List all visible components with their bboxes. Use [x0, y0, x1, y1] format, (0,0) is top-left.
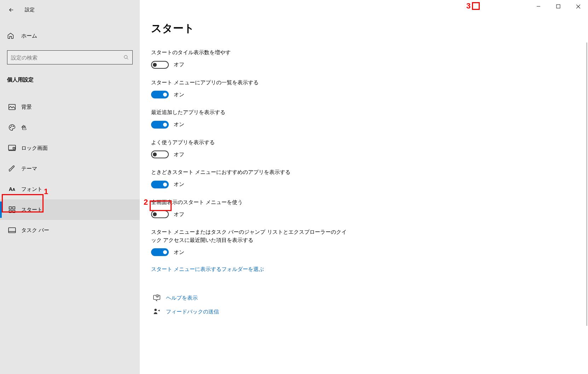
page-title: スタート: [151, 21, 567, 36]
font-icon: AA: [9, 186, 15, 192]
svg-rect-6: [13, 147, 15, 149]
sidebar-item-label: スタート: [21, 206, 42, 213]
toggle-suggestions[interactable]: [151, 181, 169, 188]
setting-more-tiles: スタートのタイル表示数を増やす オフ: [151, 49, 349, 69]
choose-folders-link[interactable]: スタート メニューに表示するフォルダーを選ぶ: [151, 266, 264, 273]
setting-most-used: よく使うアプリを表示する オフ: [151, 138, 349, 159]
help-row: ヘルプを表示: [151, 294, 567, 302]
toggle-state-text: オン: [174, 121, 184, 128]
toggle-state-text: オン: [174, 249, 184, 256]
sidebar-item-start[interactable]: スタート: [0, 199, 140, 220]
svg-point-15: [154, 309, 157, 311]
minimize-button[interactable]: [529, 0, 548, 13]
toggle-app-list[interactable]: [151, 91, 169, 98]
setting-label: スタート メニューまたはタスク バーのジャンプ リストとエクスプローラーのクイッ…: [151, 228, 349, 244]
svg-point-14: [157, 296, 157, 297]
toggle-fullscreen-start[interactable]: [151, 210, 169, 218]
sidebar-item-label: ロック画面: [21, 145, 48, 152]
setting-label: よく使うアプリを表示する: [151, 138, 349, 147]
arrow-left-icon: [8, 7, 15, 13]
sidebar-item-label: タスク バー: [21, 227, 49, 234]
close-button[interactable]: [568, 0, 588, 13]
setting-recently-added: 最近追加したアプリを表示する オン: [151, 108, 349, 129]
category-heading: 個人用設定: [7, 76, 140, 83]
titlebar: 設定: [0, 3, 140, 17]
setting-label: ときどきスタート メニューにおすすめのアプリを表示する: [151, 168, 349, 176]
setting-label: 最近追加したアプリを表示する: [151, 108, 349, 117]
sidebar-item-label: フォント: [21, 186, 42, 193]
search-icon: [123, 55, 129, 60]
window-controls: [529, 0, 588, 14]
lockscreen-icon: [8, 145, 16, 151]
sidebar-item-themes[interactable]: テーマ: [0, 158, 140, 179]
svg-point-2: [10, 127, 11, 128]
toggle-more-tiles[interactable]: [151, 61, 169, 69]
minimize-icon: [536, 4, 541, 8]
sidebar-item-label: 色: [21, 124, 27, 131]
svg-rect-12: [557, 5, 560, 8]
main-content: スタート スタートのタイル表示数を増やす オフ スタート メニューにアプリの一覧…: [140, 0, 588, 374]
sidebar-item-background[interactable]: 背景: [0, 97, 140, 117]
sidebar-item-colors[interactable]: 色: [0, 117, 140, 138]
feedback-row: フィードバックの送信: [151, 308, 567, 315]
svg-rect-10: [13, 210, 15, 213]
back-button[interactable]: [6, 4, 17, 16]
sidebar-item-fonts[interactable]: AA フォント: [0, 179, 140, 199]
palette-icon: [8, 124, 16, 131]
svg-rect-11: [8, 228, 16, 233]
sidebar-item-label: テーマ: [21, 165, 37, 172]
svg-point-0: [124, 55, 127, 58]
search-box[interactable]: [7, 50, 133, 64]
svg-point-3: [11, 126, 12, 126]
home-label: ホーム: [21, 33, 37, 39]
help-link[interactable]: ヘルプを表示: [166, 295, 198, 301]
help-icon: [153, 294, 161, 302]
setting-label: スタートのタイル表示数を増やす: [151, 49, 349, 57]
brush-icon: [8, 165, 16, 172]
toggle-recently-added[interactable]: [151, 121, 169, 129]
setting-jumplist-recent: スタート メニューまたはタスク バーのジャンプ リストとエクスプローラーのクイッ…: [151, 228, 349, 256]
setting-label: 全画面表示のスタート メニューを使う: [151, 198, 349, 206]
svg-rect-8: [13, 207, 15, 209]
sidebar-item-taskbar[interactable]: タスク バー: [0, 220, 140, 240]
toggle-state-text: オン: [174, 181, 184, 188]
nav-list: 背景 色 ロック画面 テーマ AA フォント スタート: [0, 97, 140, 240]
svg-point-4: [13, 126, 14, 127]
search-input[interactable]: [11, 55, 123, 61]
toggle-state-text: オフ: [174, 211, 184, 218]
toggle-most-used[interactable]: [151, 151, 169, 158]
setting-app-list: スタート メニューにアプリの一覧を表示する オン: [151, 79, 349, 99]
sidebar: 設定 ホーム 個人用設定 背景 色 ロック画面: [0, 0, 140, 374]
feedback-link[interactable]: フィードバックの送信: [166, 308, 219, 315]
sidebar-item-label: 背景: [21, 104, 32, 110]
toggle-state-text: オフ: [174, 61, 184, 68]
start-icon: [8, 206, 16, 213]
window-title: 設定: [25, 7, 35, 13]
toggle-state-text: オフ: [174, 151, 184, 158]
svg-rect-9: [9, 210, 12, 213]
close-icon: [576, 4, 581, 9]
home-nav[interactable]: ホーム: [0, 27, 140, 45]
maximize-button[interactable]: [548, 0, 568, 13]
setting-label: スタート メニューにアプリの一覧を表示する: [151, 79, 349, 87]
setting-suggestions: ときどきスタート メニューにおすすめのアプリを表示する オン: [151, 168, 349, 188]
svg-rect-7: [9, 207, 12, 209]
feedback-icon: [153, 308, 160, 315]
home-icon: [7, 32, 14, 39]
scrollbar[interactable]: [586, 42, 587, 326]
sidebar-item-lockscreen[interactable]: ロック画面: [0, 138, 140, 158]
picture-icon: [8, 104, 16, 110]
setting-fullscreen-start: 全画面表示のスタート メニューを使う オフ: [151, 198, 349, 219]
taskbar-icon: [8, 227, 16, 233]
maximize-icon: [556, 4, 560, 8]
toggle-state-text: オン: [174, 91, 184, 98]
toggle-jumplist-recent[interactable]: [151, 248, 169, 256]
